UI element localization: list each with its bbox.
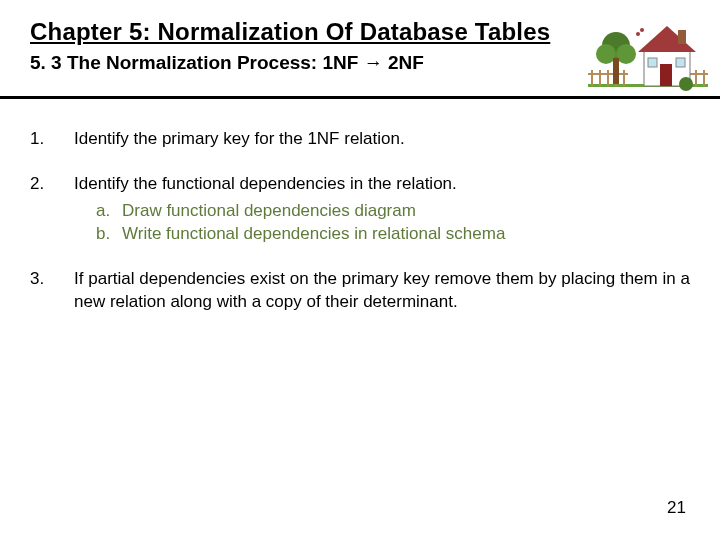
arrow-icon: → — [364, 52, 383, 73]
chapter-title: Chapter 5: Normalization Of Database Tab… — [30, 18, 690, 46]
horizontal-rule — [0, 96, 720, 99]
sublist-letter: a. — [96, 200, 122, 223]
section-subtitle: 5. 3 The Normalization Process: 1NF → 2N… — [30, 52, 690, 74]
sublist-item: a. Draw functional dependencies diagram — [96, 200, 690, 223]
list-item: 3. If partial dependencies exist on the … — [30, 268, 690, 314]
sublist-text: Draw functional dependencies diagram — [122, 200, 416, 223]
sublist-text: Write functional dependencies in relatio… — [122, 223, 505, 246]
header: Chapter 5: Normalization Of Database Tab… — [30, 18, 690, 74]
list-item: 1. Identify the primary key for the 1NF … — [30, 128, 690, 151]
sublist: a. Draw functional dependencies diagram … — [74, 200, 690, 246]
page-number: 21 — [667, 498, 686, 518]
list-number: 2. — [30, 173, 74, 196]
subtitle-suffix: 2NF — [383, 52, 424, 73]
numbered-list: 1. Identify the primary key for the 1NF … — [30, 128, 690, 336]
list-text: If partial dependencies exist on the pri… — [74, 268, 690, 314]
list-text: Identify the primary key for the 1NF rel… — [74, 128, 690, 151]
list-text-main: Identify the functional dependencies in … — [74, 174, 457, 193]
list-number: 3. — [30, 268, 74, 291]
list-text: Identify the functional dependencies in … — [74, 173, 690, 246]
sublist-letter: b. — [96, 223, 122, 246]
sublist-item: b. Write functional dependencies in rela… — [96, 223, 690, 246]
list-item: 2. Identify the functional dependencies … — [30, 173, 690, 246]
list-number: 1. — [30, 128, 74, 151]
subtitle-prefix: 5. 3 The Normalization Process: 1NF — [30, 52, 364, 73]
svg-point-21 — [679, 77, 693, 91]
slide-page: Chapter 5: Normalization Of Database Tab… — [0, 0, 720, 540]
